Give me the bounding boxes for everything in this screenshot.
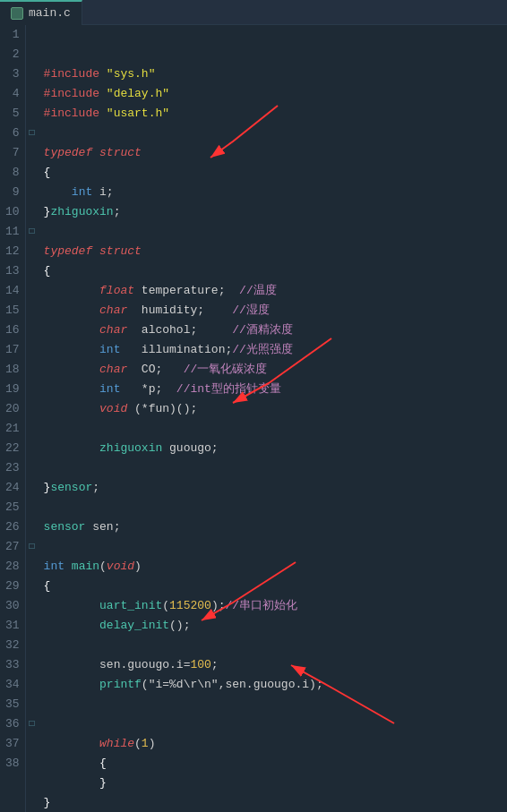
line-number-34: 34 (5, 675, 20, 695)
code-line-20: zhiguoxin guougo; (44, 439, 507, 458)
fold-marker-15 (26, 301, 39, 321)
code-line-33 (44, 695, 507, 714)
code-line-8: }zhiguoxin; (44, 202, 507, 222)
code-line-22: }sensor; (44, 478, 507, 498)
code-line-24: sensor sen; (44, 517, 507, 537)
tab-label: main.c (29, 6, 71, 20)
code-line-37: } (44, 774, 507, 793)
fold-marker-22 (26, 439, 39, 458)
code-line-7: int i; (44, 183, 507, 202)
code-line-29: delay_init(); (44, 616, 507, 636)
code-line-38: } (44, 793, 507, 812)
line-number-7: 7 (5, 143, 20, 163)
fold-marker-9 (26, 183, 39, 202)
line-number-22: 22 (5, 439, 20, 458)
line-number-36: 36 (5, 714, 20, 734)
code-line-31: sen.guougo.i=100; (44, 655, 507, 675)
tab-bar: main.c (0, 0, 507, 25)
line-number-17: 17 (5, 340, 20, 360)
fold-marker-3 (26, 64, 39, 84)
line-number-33: 33 (5, 655, 20, 675)
fold-marker-23 (26, 458, 39, 478)
fold-marker-20 (26, 399, 39, 419)
fold-marker-29 (26, 577, 39, 596)
code-line-4 (44, 124, 507, 143)
fold-marker-26 (26, 517, 39, 537)
fold-col: □□□□ (26, 25, 39, 812)
fold-marker-11[interactable]: □ (26, 222, 39, 242)
tab-file-icon (11, 7, 23, 20)
code-line-12: float temperature; //温度 (44, 281, 507, 301)
fold-marker-35 (26, 695, 39, 714)
code-line-17: int *p; //int型的指针变量 (44, 380, 507, 399)
code-line-25 (44, 537, 507, 557)
fold-marker-38 (26, 754, 39, 774)
fold-marker-28 (26, 557, 39, 577)
code-line-27: { (44, 577, 507, 596)
line-number-19: 19 (5, 380, 20, 399)
code-line-28: uart_init(115200);//串口初始化 (44, 596, 507, 616)
line-number-4: 4 (5, 84, 20, 104)
line-number-6: 6 (5, 124, 20, 143)
tab-main-c[interactable]: main.c (0, 0, 82, 25)
line-numbers-col: 1234567891011121314151617181920212223242… (0, 25, 26, 812)
line-number-37: 37 (5, 734, 20, 754)
fold-marker-37 (26, 734, 39, 754)
fold-marker-7 (26, 143, 39, 163)
fold-marker-5 (26, 104, 39, 124)
line-number-1: 1 (5, 25, 20, 45)
code-line-30 (44, 636, 507, 655)
code-line-26: int main(void) (44, 557, 507, 577)
code-line-36: { (44, 754, 507, 774)
code-line-23 (44, 498, 507, 517)
line-number-35: 35 (5, 695, 20, 714)
line-number-26: 26 (5, 517, 20, 537)
line-number-5: 5 (5, 104, 20, 124)
line-number-25: 25 (5, 498, 20, 517)
code-line-34 (44, 714, 507, 734)
code-line-32: printf("i=%d\r\n",sen.guougo.i); (44, 675, 507, 695)
code-line-9 (44, 222, 507, 242)
line-number-24: 24 (5, 478, 20, 498)
code-line-18: void (*fun)(); (44, 399, 507, 419)
fold-marker-16 (26, 321, 39, 340)
code-line-6: { (44, 163, 507, 183)
fold-marker-30 (26, 596, 39, 616)
line-number-10: 10 (5, 202, 20, 222)
line-number-30: 30 (5, 596, 20, 616)
line-number-16: 16 (5, 321, 20, 340)
fold-marker-10 (26, 202, 39, 222)
line-number-8: 8 (5, 163, 20, 183)
fold-marker-8 (26, 163, 39, 183)
editor-container: main.c 123456789101112131415161718192021… (0, 0, 507, 812)
code-line-14: char alcohol; //酒精浓度 (44, 321, 507, 340)
line-number-31: 31 (5, 616, 20, 636)
line-number-2: 2 (5, 45, 20, 64)
fold-marker-27[interactable]: □ (26, 537, 39, 557)
fold-marker-12 (26, 242, 39, 261)
line-number-15: 15 (5, 301, 20, 321)
fold-marker-6[interactable]: □ (26, 124, 39, 143)
code-line-15: int illumination;//光照强度 (44, 340, 507, 360)
code-line-11: { (44, 261, 507, 281)
code-line-3: #include "usart.h" (44, 104, 507, 124)
fold-marker-34 (26, 675, 39, 695)
line-number-20: 20 (5, 399, 20, 419)
line-number-29: 29 (5, 577, 20, 596)
fold-marker-17 (26, 340, 39, 360)
line-number-32: 32 (5, 636, 20, 655)
fold-marker-4 (26, 84, 39, 104)
code-line-13: char humidity; //湿度 (44, 301, 507, 321)
line-number-12: 12 (5, 242, 20, 261)
line-number-9: 9 (5, 183, 20, 202)
line-number-27: 27 (5, 537, 20, 557)
fold-marker-25 (26, 498, 39, 517)
line-number-23: 23 (5, 458, 20, 478)
line-number-28: 28 (5, 557, 20, 577)
line-number-13: 13 (5, 261, 20, 281)
fold-marker-31 (26, 616, 39, 636)
fold-marker-21 (26, 419, 39, 439)
fold-marker-19 (26, 380, 39, 399)
fold-marker-18 (26, 360, 39, 380)
fold-marker-36[interactable]: □ (26, 714, 39, 734)
